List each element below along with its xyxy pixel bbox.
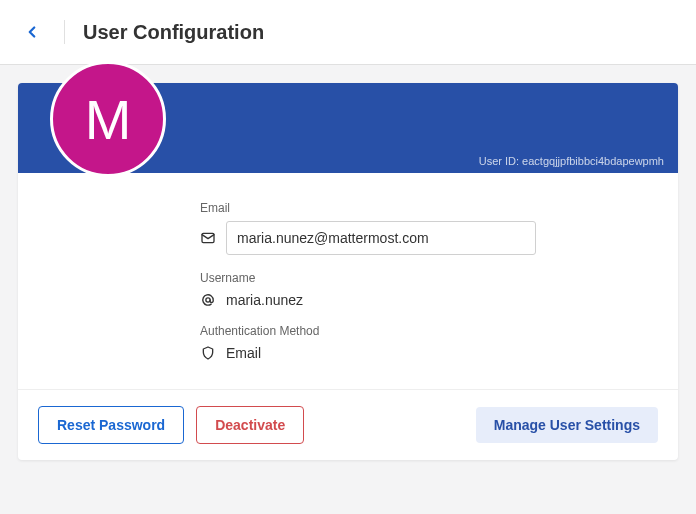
email-icon bbox=[200, 230, 216, 246]
user-card: M User ID: eactgqjjpfbibbci4bdapewpmh Em… bbox=[18, 83, 678, 460]
page-title: User Configuration bbox=[83, 21, 264, 44]
page-header: User Configuration bbox=[0, 0, 696, 65]
auth-field-group: Authentication Method Email bbox=[200, 324, 654, 361]
avatar-letter: M bbox=[85, 87, 132, 152]
email-label: Email bbox=[200, 201, 654, 215]
username-field-group: Username maria.nunez bbox=[200, 271, 654, 308]
username-label: Username bbox=[200, 271, 654, 285]
avatar: M bbox=[50, 61, 166, 177]
username-row: maria.nunez bbox=[200, 291, 654, 308]
shield-icon bbox=[200, 345, 216, 361]
username-value: maria.nunez bbox=[226, 291, 303, 308]
chevron-left-icon bbox=[23, 23, 41, 41]
back-button[interactable] bbox=[0, 20, 65, 44]
auth-label: Authentication Method bbox=[200, 324, 654, 338]
manage-user-settings-button[interactable]: Manage User Settings bbox=[476, 407, 658, 443]
deactivate-button[interactable]: Deactivate bbox=[196, 406, 304, 444]
user-details: Email Username bbox=[18, 173, 678, 389]
auth-value: Email bbox=[226, 344, 261, 361]
auth-row: Email bbox=[200, 344, 654, 361]
reset-password-button[interactable]: Reset Password bbox=[38, 406, 184, 444]
banner: M User ID: eactgqjjpfbibbci4bdapewpmh bbox=[18, 83, 678, 173]
user-id-label: User ID: bbox=[479, 155, 519, 167]
email-field-group: Email bbox=[200, 201, 654, 255]
email-row bbox=[200, 221, 654, 255]
content-area: M User ID: eactgqjjpfbibbci4bdapewpmh Em… bbox=[0, 65, 696, 478]
user-id-value: eactgqjjpfbibbci4bdapewpmh bbox=[522, 155, 664, 167]
actions-bar: Reset Password Deactivate Manage User Se… bbox=[18, 389, 678, 460]
at-icon bbox=[200, 292, 216, 308]
email-input[interactable] bbox=[226, 221, 536, 255]
user-id: User ID: eactgqjjpfbibbci4bdapewpmh bbox=[479, 155, 664, 167]
